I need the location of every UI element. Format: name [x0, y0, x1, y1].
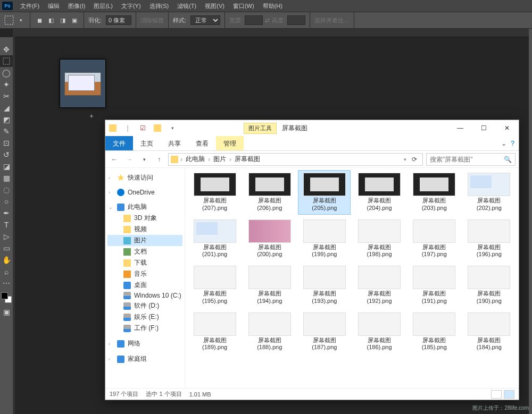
- nav-downloads[interactable]: 下载: [107, 257, 182, 268]
- heal-tool[interactable]: ◩: [0, 114, 13, 125]
- path-tool[interactable]: ▷: [0, 231, 13, 242]
- ribbon-expand-icon[interactable]: ⌄: [501, 140, 506, 147]
- gradient-tool[interactable]: ▦: [0, 172, 13, 184]
- menu-帮助[interactable]: 帮助(H): [259, 2, 287, 10]
- ribbon-tab-home[interactable]: 主页: [133, 136, 161, 150]
- dropdown-icon[interactable]: ▾: [16, 15, 26, 25]
- view-thumbnails-button[interactable]: [504, 390, 514, 399]
- nav-videos[interactable]: 视频: [107, 224, 182, 235]
- file-item[interactable]: 屏幕截图 (185).png: [408, 310, 461, 354]
- new-folder-icon[interactable]: [151, 122, 164, 134]
- file-item[interactable]: 屏幕截图 (206).png: [243, 170, 296, 215]
- file-item[interactable]: 屏幕截图 (198).png: [353, 217, 405, 261]
- help-icon[interactable]: ?: [511, 140, 514, 147]
- file-item[interactable]: 屏幕截图 (200).png: [243, 217, 296, 261]
- breadcrumb[interactable]: 图片: [212, 155, 227, 164]
- file-item[interactable]: 屏幕截图 (202).png: [463, 170, 516, 215]
- file-item[interactable]: 屏幕截图 (188).png: [243, 310, 296, 354]
- brush-tool[interactable]: ✎: [0, 125, 13, 137]
- sel-intersect-icon[interactable]: ▣: [70, 15, 79, 25]
- file-item[interactable]: 屏幕截图 (191).png: [408, 263, 461, 308]
- forward-button[interactable]: →: [123, 154, 135, 165]
- file-item[interactable]: 屏幕截图 (194).png: [243, 263, 296, 308]
- ribbon-tab-file[interactable]: 文件: [105, 136, 133, 150]
- file-item[interactable]: 屏幕截图 (184).png: [463, 310, 516, 354]
- marquee-tool-icon[interactable]: [4, 15, 14, 25]
- up-button[interactable]: ↑: [153, 154, 165, 165]
- menu-窗口[interactable]: 窗口(W): [229, 2, 259, 10]
- file-item[interactable]: 屏幕截图 (192).png: [353, 263, 405, 308]
- sel-subtract-icon[interactable]: ◨: [58, 15, 68, 25]
- marquee-tool[interactable]: [0, 55, 13, 67]
- file-item[interactable]: 屏幕截图 (190).png: [463, 263, 516, 308]
- shape-tool[interactable]: ▭: [0, 242, 13, 254]
- search-box[interactable]: 🔍: [426, 153, 516, 166]
- blur-tool[interactable]: ◌: [0, 184, 13, 196]
- file-item[interactable]: 屏幕截图 (196).png: [463, 217, 516, 261]
- qa-dropdown-icon[interactable]: ▾: [166, 122, 179, 134]
- nav-homegroup[interactable]: ›家庭组: [107, 353, 182, 365]
- nav-3d-objects[interactable]: 3D 对象: [107, 213, 182, 224]
- pen-tool[interactable]: ✒: [0, 207, 13, 219]
- menu-视图[interactable]: 视图(V): [201, 2, 229, 10]
- ribbon-tab-view[interactable]: 查看: [188, 136, 216, 150]
- address-box[interactable]: › 此电脑 › 图片 › 屏幕截图 ▾ ⟳: [168, 153, 423, 166]
- recent-dropdown-icon[interactable]: ▾: [138, 154, 150, 165]
- maximize-button[interactable]: ☐: [472, 120, 495, 136]
- style-select[interactable]: 正常: [190, 15, 220, 25]
- move-tool[interactable]: ✥: [0, 44, 13, 55]
- nav-this-pc[interactable]: ⌄此电脑: [107, 201, 182, 213]
- menu-编辑[interactable]: 编辑: [44, 2, 64, 10]
- quickmask-tool[interactable]: ▣: [0, 306, 13, 318]
- nav-quick-access[interactable]: ›快速访问: [107, 172, 182, 183]
- ps-document[interactable]: [60, 59, 106, 108]
- properties-icon[interactable]: ☑: [136, 122, 149, 134]
- wand-tool[interactable]: ✦: [0, 79, 13, 90]
- file-item[interactable]: 屏幕截图 (205).png: [298, 170, 351, 215]
- menu-文字[interactable]: 文字(Y): [117, 2, 145, 10]
- nav-documents[interactable]: 文档: [107, 246, 182, 257]
- eyedropper-tool[interactable]: ◢: [0, 102, 13, 114]
- sel-add-icon[interactable]: ◧: [46, 15, 56, 25]
- nav-music[interactable]: 音乐: [107, 268, 182, 280]
- back-button[interactable]: ←: [109, 154, 120, 165]
- close-button[interactable]: ✕: [495, 120, 519, 136]
- file-item[interactable]: 屏幕截图 (195).png: [188, 263, 241, 308]
- dodge-tool[interactable]: ○: [0, 196, 13, 207]
- file-item[interactable]: 屏幕截图 (201).png: [188, 217, 241, 261]
- type-tool[interactable]: T: [0, 219, 13, 231]
- explorer-file-pane[interactable]: 屏幕截图 (207).png屏幕截图 (206).png屏幕截图 (205).p…: [185, 168, 519, 388]
- lasso-tool[interactable]: ◯: [0, 67, 13, 79]
- stamp-tool[interactable]: ⊡: [0, 137, 13, 149]
- hand-tool[interactable]: ✋: [0, 254, 13, 266]
- file-item[interactable]: 屏幕截图 (187).png: [298, 310, 351, 354]
- nav-c-drive[interactable]: Windows 10 (C:): [107, 291, 182, 300]
- crop-tool[interactable]: ✂: [0, 90, 13, 102]
- file-item[interactable]: 屏幕截图 (204).png: [353, 170, 405, 215]
- menu-文件[interactable]: 文件(F): [16, 2, 44, 10]
- eraser-tool[interactable]: ◪: [0, 160, 13, 172]
- file-item[interactable]: 屏幕截图 (193).png: [298, 263, 351, 308]
- menu-图像[interactable]: 图像(I): [64, 2, 89, 10]
- address-dropdown-icon[interactable]: ▾: [404, 157, 406, 162]
- minimize-button[interactable]: —: [448, 120, 472, 136]
- nav-desktop[interactable]: 桌面: [107, 280, 182, 291]
- file-item[interactable]: 屏幕截图 (189).png: [188, 310, 241, 354]
- nav-onedrive[interactable]: ›OneDrive: [107, 188, 182, 197]
- file-item[interactable]: 屏幕截图 (186).png: [353, 310, 405, 354]
- search-input[interactable]: [430, 156, 504, 163]
- nav-d-drive[interactable]: 软件 (D:): [107, 300, 182, 311]
- menu-滤镜[interactable]: 滤镜(T): [173, 2, 201, 10]
- explorer-titlebar[interactable]: | ☑ ▾ 图片工具 屏幕截图 — ☐ ✕: [105, 120, 519, 136]
- select-mask-button[interactable]: 选择并遮住…: [314, 16, 350, 24]
- history-brush-tool[interactable]: ↺: [0, 149, 13, 160]
- sel-new-icon[interactable]: ◼: [35, 15, 44, 25]
- breadcrumb[interactable]: 屏幕截图: [234, 155, 261, 164]
- file-item[interactable]: 屏幕截图 (199).png: [298, 217, 351, 261]
- zoom-tool[interactable]: ⌕: [0, 266, 13, 277]
- ribbon-tab-manage[interactable]: 管理: [216, 136, 244, 150]
- file-item[interactable]: 屏幕截图 (203).png: [408, 170, 461, 215]
- feather-input[interactable]: [106, 15, 131, 25]
- ribbon-tab-share[interactable]: 共享: [161, 136, 188, 150]
- file-item[interactable]: 屏幕截图 (197).png: [408, 217, 461, 261]
